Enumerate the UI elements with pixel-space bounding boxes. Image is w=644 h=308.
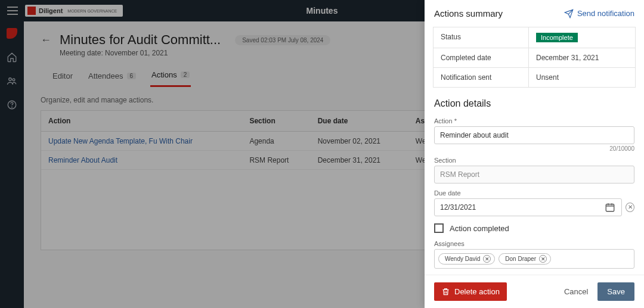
details-title: Action details — [434, 98, 634, 109]
assignee-chip: Wendy David✕ — [438, 253, 495, 265]
due-label: Due date — [434, 189, 634, 197]
delete-button[interactable]: Delete action — [434, 282, 507, 301]
due-date-input[interactable] — [434, 198, 622, 216]
assignees-label: Assignees — [434, 240, 634, 247]
cancel-button[interactable]: Cancel — [564, 287, 588, 296]
remove-chip-icon[interactable]: ✕ — [539, 255, 547, 263]
completed-checkbox-row[interactable]: Action completed — [434, 223, 634, 233]
status-badge: Incomplete — [536, 33, 578, 42]
checkbox-icon — [434, 223, 444, 233]
section-input — [434, 166, 634, 183]
action-label: Action * — [434, 117, 634, 125]
details-form: Action * 20/10000 Section Due date ✕ Act… — [425, 113, 644, 275]
clear-date-button[interactable]: ✕ — [626, 203, 634, 212]
panel-title: Actions summary — [434, 8, 503, 18]
summary-table: StatusIncomplete Completed dateDecember … — [433, 27, 636, 88]
section-label: Section — [434, 157, 634, 164]
assignees-input[interactable]: Wendy David✕ Don Draper✕ — [434, 249, 634, 269]
action-input[interactable] — [434, 126, 634, 144]
trash-icon — [441, 287, 450, 296]
send-notification-link[interactable]: Send notification — [564, 9, 634, 18]
save-button[interactable]: Save — [597, 282, 634, 301]
action-panel: Actions summary Send notification Status… — [425, 0, 644, 308]
assignee-chip: Don Draper✕ — [499, 253, 551, 265]
action-counter: 20/10000 — [434, 145, 634, 152]
send-icon — [564, 9, 574, 18]
remove-chip-icon[interactable]: ✕ — [483, 255, 491, 263]
panel-footer: Delete action Cancel Save — [425, 275, 644, 308]
panel-header: Actions summary Send notification — [425, 0, 644, 24]
